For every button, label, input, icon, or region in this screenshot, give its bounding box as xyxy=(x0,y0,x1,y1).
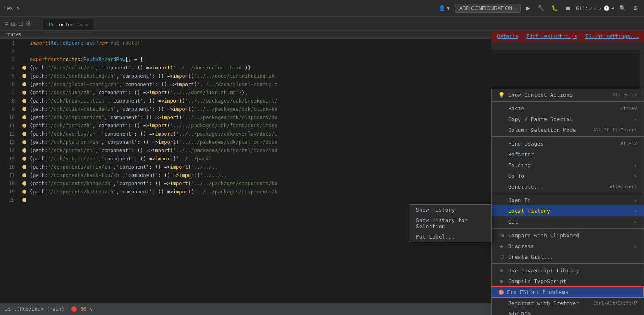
add-config-button[interactable]: ADD CONFIGURATION... xyxy=(455,4,521,13)
edit-eslintrc-link[interactable]: Edit .eslintrc.js xyxy=(526,33,577,39)
change-indicator xyxy=(21,55,28,64)
change-indicator xyxy=(21,130,28,138)
menu-diagrams[interactable]: ◈ Diagrams › xyxy=(492,241,644,251)
tab-action-3[interactable]: ⊟ xyxy=(18,20,23,27)
change-indicator xyxy=(21,122,28,130)
open-in-icon xyxy=(498,197,505,203)
code-line: {path: '/cdk/overlay/zh', 'component': (… xyxy=(28,130,491,138)
editor-breadcrumb: routes xyxy=(0,31,491,39)
menu-item-label: Refactor xyxy=(508,151,534,158)
git-branch-status: ⎇ .tHub/idux (main) xyxy=(5,306,64,312)
menu-copy-paste-special[interactable]: Copy / Paste Special › xyxy=(492,114,644,124)
line-number: 4 xyxy=(0,64,17,72)
menu-show-context-actions[interactable]: 💡 Show Context Actions Alt+Enter xyxy=(492,89,644,100)
tab-minimize[interactable]: — xyxy=(33,20,39,27)
menu-use-js-library[interactable]: ⊕ Use JavaScript Library xyxy=(492,265,644,276)
menu-item-label: Go To xyxy=(508,173,524,179)
menu-go-to[interactable]: Go To › xyxy=(492,170,644,181)
menu-create-gist[interactable]: ⬡ Create Gist... xyxy=(492,251,644,262)
top-toolbar: tes > 👤 ▾ ADD CONFIGURATION... ▶ 🔨 🐛 ⏹ G… xyxy=(0,0,644,17)
change-indicator xyxy=(21,72,28,80)
menu-item-label: Reformat with Prettier xyxy=(508,300,579,306)
change-indicator xyxy=(21,47,28,55)
stop-button[interactable]: ⏹ xyxy=(563,4,573,12)
git-undo-icon: ↩ xyxy=(611,5,614,11)
menu-add-bom[interactable]: Add BOM xyxy=(492,308,644,315)
menu-column-selection[interactable]: Column Selection Mode Alt+Shift+Insert xyxy=(492,124,644,135)
menu-find-usages[interactable]: Find Usages Alt+F7 xyxy=(492,138,644,149)
submenu-arrow: › xyxy=(634,173,637,179)
change-indicators xyxy=(21,39,28,303)
profile-button[interactable]: 👤 ▾ xyxy=(436,4,452,12)
change-indicator xyxy=(21,80,28,88)
diagrams-icon: ◈ xyxy=(498,243,505,249)
change-indicator xyxy=(21,179,28,188)
menu-paste[interactable]: Paste Ctrl+V xyxy=(492,103,644,114)
line-number: 13 xyxy=(0,138,17,146)
menu-folding[interactable]: Folding › xyxy=(492,160,644,170)
menu-refactor[interactable]: Refactor xyxy=(492,149,644,160)
settings-gear-icon[interactable]: ⚙ xyxy=(631,4,641,12)
separator-3 xyxy=(492,193,644,193)
menu-fix-eslint[interactable]: Fix ESLint Problems xyxy=(492,286,644,298)
menu-open-in[interactable]: Open In › xyxy=(492,195,644,205)
tab-settings[interactable]: ⚙ xyxy=(26,20,31,27)
change-indicator xyxy=(21,88,28,97)
put-label-label: Put Label... xyxy=(416,234,455,240)
code-view: 1234567891011121314151617181920 import {… xyxy=(0,39,491,303)
status-errors: 🔴 66 ∧ xyxy=(71,306,92,312)
goto-icon xyxy=(498,172,505,179)
build-button[interactable]: 🔨 xyxy=(535,4,547,12)
line-number: 7 xyxy=(0,88,17,97)
refactor-icon xyxy=(498,151,505,158)
change-indicator xyxy=(21,105,28,113)
router-ts-tab[interactable]: TS router.ts ✕ xyxy=(43,19,93,30)
menu-git[interactable]: Git › xyxy=(492,216,644,227)
eslint-settings-link[interactable]: ESLint settings... xyxy=(585,33,639,39)
run-button[interactable]: ▶ xyxy=(523,4,532,12)
context-menu: 💡 Show Context Actions Alt+Enter Paste C… xyxy=(491,89,644,315)
modified-dot xyxy=(22,124,26,128)
menu-item-label: Generate... xyxy=(508,184,544,190)
change-indicator xyxy=(21,39,28,47)
menu-compile-ts[interactable]: ⚙ Compile TypeScript xyxy=(492,276,644,286)
menu-compare-clipboard[interactable]: ⧉ Compare with Clipboard xyxy=(492,230,644,241)
shortcut-label: Alt+F7 xyxy=(620,141,637,146)
debug-button[interactable]: 🐛 xyxy=(549,4,561,12)
tab-close-button[interactable]: ✕ xyxy=(85,22,88,27)
modified-dot xyxy=(22,157,26,161)
menu-generate[interactable]: Generate... Alt+Insert xyxy=(492,181,644,192)
change-indicator xyxy=(21,171,28,179)
change-indicator xyxy=(21,138,28,146)
menu-item-label: Diagrams xyxy=(508,243,534,249)
submenu-put-label[interactable]: Put Label... xyxy=(409,231,491,242)
line-number: 19 xyxy=(0,188,17,196)
tab-action-2[interactable]: ⊞ xyxy=(11,20,16,27)
editor-main[interactable]: routes 1234567891011121314151617181920 i… xyxy=(0,31,491,303)
line-number: 3 xyxy=(0,55,17,64)
line-number: 16 xyxy=(0,163,17,171)
search-button[interactable]: 🔍 xyxy=(617,4,628,12)
tab-action-1[interactable]: ≡ xyxy=(5,20,8,27)
git-history-icon: 🕐 xyxy=(604,5,610,11)
submenu-show-history-selection[interactable]: Show History for Selection xyxy=(409,215,491,231)
paste-icon xyxy=(498,105,505,112)
menu-item-label: Column Selection Mode xyxy=(508,127,576,133)
menu-item-label: Create Gist... xyxy=(508,254,554,260)
menu-local-history[interactable]: Local History › Show History Show Histor… xyxy=(492,205,644,216)
menu-item-label: Add BOM xyxy=(508,311,531,315)
menu-item-label: Compile TypeScript xyxy=(508,278,566,284)
code-line xyxy=(28,47,491,55)
error-details-link[interactable]: Details xyxy=(497,33,518,39)
modified-dot xyxy=(22,181,26,186)
compare-icon: ⧉ xyxy=(498,232,505,239)
code-line: {path: '/cdk/clipboard/zh', 'component':… xyxy=(28,113,491,122)
code-line: {path: '/docs/color/zh', 'component': ()… xyxy=(28,64,491,72)
shortcut-label: Alt+Insert xyxy=(610,184,637,189)
menu-reformat-prettier[interactable]: Reformat with Prettier Ctrl+Alt+Shift+P xyxy=(492,298,644,308)
git-check-icon: ✓ xyxy=(589,5,592,11)
modified-dot xyxy=(22,91,26,95)
submenu-show-history[interactable]: Show History xyxy=(409,205,491,215)
modified-dot xyxy=(22,148,26,153)
shortcut-label: Ctrl+Alt+Shift+P xyxy=(593,301,637,306)
